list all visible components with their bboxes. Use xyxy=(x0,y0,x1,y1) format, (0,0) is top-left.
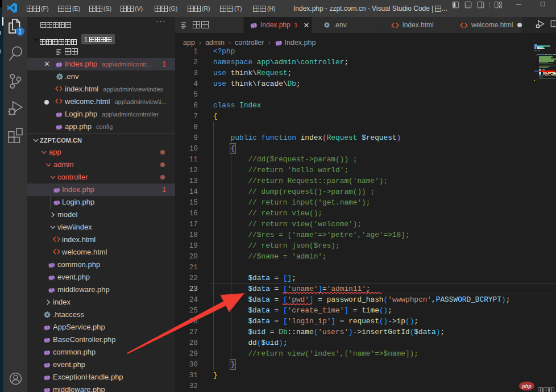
svg-text:php: php xyxy=(521,383,532,389)
